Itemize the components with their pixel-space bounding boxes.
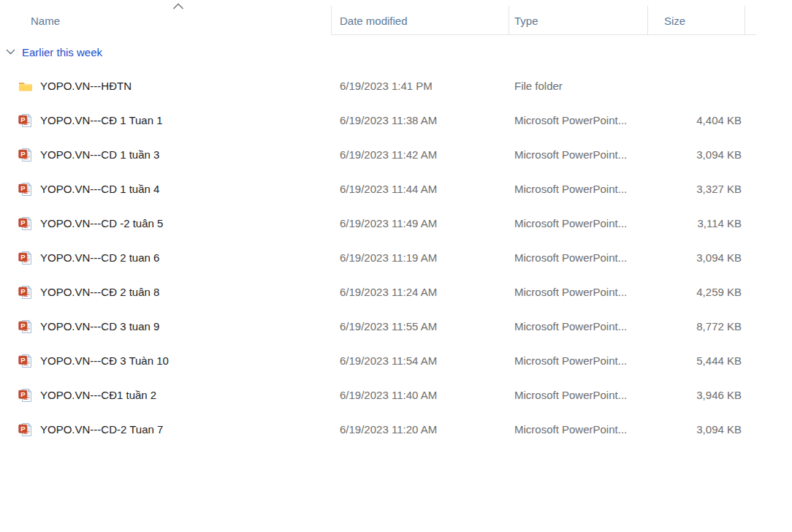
file-row[interactable]: P YOPO.VN---CĐ1 tuần 2 6/19/2023 11:40 A…: [0, 378, 792, 412]
file-type: Microsoft PowerPoint...: [509, 423, 647, 436]
file-name: YOPO.VN---HĐTN: [40, 80, 132, 92]
powerpoint-file-icon: P: [18, 285, 33, 300]
svg-text:P: P: [20, 425, 26, 433]
date-modified: 6/19/2023 11:44 AM: [331, 183, 509, 195]
column-divider[interactable]: [745, 6, 745, 34]
svg-text:P: P: [20, 356, 26, 364]
date-modified: 6/19/2023 11:24 AM: [331, 286, 509, 298]
date-modified: 6/19/2023 11:42 AM: [331, 148, 509, 161]
file-size: 4,404 KB: [647, 114, 745, 126]
date-modified: 6/19/2023 11:20 AM: [331, 423, 509, 436]
name-cell: P YOPO.VN---CD 1 tuần 3: [0, 148, 331, 162]
group-header-earlier-this-week[interactable]: Earlier this week: [0, 35, 792, 69]
powerpoint-file-icon: P: [18, 319, 33, 334]
file-row[interactable]: P YOPO.VN---HĐTN 6/19/2023 1:41 PM File …: [0, 69, 792, 103]
powerpoint-file-icon: P: [18, 388, 33, 403]
file-size: 3,946 KB: [647, 389, 745, 401]
file-name: YOPO.VN---CĐ 3 Tuàn 10: [40, 354, 169, 367]
date-modified: 6/19/2023 11:55 AM: [331, 320, 509, 332]
file-type: Microsoft PowerPoint...: [509, 389, 647, 401]
powerpoint-file-icon: P: [18, 422, 33, 437]
powerpoint-file-icon: P: [18, 182, 33, 197]
file-name: YOPO.VN---CD 1 tuần 4: [40, 183, 159, 195]
file-row[interactable]: P YOPO.VN---CĐ 2 tuân 8 6/19/2023 11:24 …: [0, 275, 792, 309]
date-modified: 6/19/2023 11:54 AM: [331, 354, 509, 367]
name-cell: P YOPO.VN---CĐ1 tuần 2: [0, 388, 331, 403]
powerpoint-file-icon: P: [18, 113, 33, 128]
file-type: Microsoft PowerPoint...: [509, 217, 647, 229]
svg-text:P: P: [20, 253, 26, 261]
column-header-size-label: Size: [664, 15, 685, 27]
file-size: 8,772 KB: [647, 320, 745, 332]
date-modified: 6/19/2023 11:19 AM: [331, 251, 509, 264]
file-size: 3,327 KB: [647, 183, 745, 195]
header-underline: [331, 34, 756, 35]
column-header-size[interactable]: Size: [647, 0, 745, 35]
file-size: 3,094 KB: [647, 148, 745, 161]
file-size: 4,259 KB: [647, 286, 745, 298]
powerpoint-file-icon: P: [18, 148, 33, 162]
file-size: 3,094 KB: [647, 251, 745, 264]
sort-ascending-icon: [172, 3, 184, 10]
date-modified: 6/19/2023 11:49 AM: [331, 217, 509, 229]
column-divider[interactable]: [647, 6, 648, 34]
file-type: Microsoft PowerPoint...: [509, 354, 647, 367]
folder-icon: [18, 79, 33, 94]
powerpoint-file-icon: P: [18, 251, 33, 265]
name-cell: P YOPO.VN---CD -2 tuân 5: [0, 216, 331, 231]
file-name: YOPO.VN---CD 3 tuan 9: [40, 320, 159, 332]
file-rows-container: P YOPO.VN---HĐTN 6/19/2023 1:41 PM File …: [0, 69, 792, 446]
file-row[interactable]: P YOPO.VN---CD 3 tuan 9 6/19/2023 11:55 …: [0, 309, 792, 343]
file-row[interactable]: P YOPO.VN---CĐ 1 Tuan 1 6/19/2023 11:38 …: [0, 103, 792, 137]
svg-text:P: P: [20, 390, 26, 398]
file-name: YOPO.VN---CD-2 Tuan 7: [40, 423, 163, 436]
name-cell: P YOPO.VN---CD-2 Tuan 7: [0, 422, 331, 437]
name-cell: P YOPO.VN---CĐ 2 tuân 8: [0, 285, 331, 300]
file-size: 3,094 KB: [647, 423, 745, 436]
svg-text:P: P: [20, 287, 26, 295]
svg-text:P: P: [20, 322, 26, 330]
file-size: 3,114 KB: [647, 217, 745, 229]
powerpoint-file-icon: P: [18, 354, 33, 368]
date-modified: 6/19/2023 11:40 AM: [331, 389, 509, 401]
file-row[interactable]: P YOPO.VN---CD -2 tuân 5 6/19/2023 11:49…: [0, 206, 792, 240]
column-header-type-label: Type: [514, 15, 538, 27]
date-modified: 6/19/2023 11:38 AM: [331, 114, 509, 126]
column-header-date-label: Date modified: [340, 15, 408, 27]
file-name: YOPO.VN---CĐ 1 Tuan 1: [40, 114, 163, 126]
name-cell: P YOPO.VN---CĐ 1 Tuan 1: [0, 113, 331, 128]
svg-text:P: P: [20, 184, 26, 192]
file-name: YOPO.VN---CĐ 2 tuân 8: [40, 286, 159, 298]
chevron-down-icon[interactable]: [6, 49, 15, 55]
file-name: YOPO.VN---CD 2 tuan 6: [40, 251, 159, 264]
column-divider[interactable]: [509, 6, 509, 34]
file-row[interactable]: P YOPO.VN---CD 2 tuan 6 6/19/2023 11:19 …: [0, 240, 792, 275]
date-modified: 6/19/2023 1:41 PM: [331, 80, 509, 92]
column-divider[interactable]: [331, 6, 332, 34]
name-cell: P YOPO.VN---CD 3 tuan 9: [0, 319, 331, 334]
name-cell: P YOPO.VN---CD 1 tuần 4: [0, 182, 331, 197]
column-header-date-modified[interactable]: Date modified: [331, 0, 509, 35]
svg-text:P: P: [20, 150, 26, 158]
file-type: Microsoft PowerPoint...: [509, 183, 647, 195]
file-row[interactable]: P YOPO.VN---CD-2 Tuan 7 6/19/2023 11:20 …: [0, 412, 792, 446]
column-header-type[interactable]: Type: [509, 0, 647, 35]
file-row[interactable]: P YOPO.VN---CD 1 tuần 3 6/19/2023 11:42 …: [0, 137, 792, 172]
file-type: Microsoft PowerPoint...: [509, 148, 647, 161]
file-type: Microsoft PowerPoint...: [509, 286, 647, 298]
column-header-row: Name Date modified Type Size: [0, 0, 792, 35]
file-row[interactable]: P YOPO.VN---CĐ 3 Tuàn 10 6/19/2023 11:54…: [0, 343, 792, 378]
group-label: Earlier this week: [22, 46, 102, 58]
column-header-name[interactable]: Name: [0, 0, 331, 35]
powerpoint-file-icon: P: [18, 216, 33, 231]
file-type: Microsoft PowerPoint...: [509, 114, 647, 126]
svg-text:P: P: [20, 115, 26, 123]
name-cell: P YOPO.VN---CD 2 tuan 6: [0, 251, 331, 265]
file-name: YOPO.VN---CD 1 tuần 3: [40, 148, 159, 161]
name-cell: P YOPO.VN---CĐ 3 Tuàn 10: [0, 354, 331, 368]
file-type: Microsoft PowerPoint...: [509, 320, 647, 332]
file-size: 5,444 KB: [647, 354, 745, 367]
file-row[interactable]: P YOPO.VN---CD 1 tuần 4 6/19/2023 11:44 …: [0, 172, 792, 206]
file-list-view: Name Date modified Type Size Earlier thi…: [0, 0, 792, 446]
file-name: YOPO.VN---CĐ1 tuần 2: [40, 389, 156, 401]
